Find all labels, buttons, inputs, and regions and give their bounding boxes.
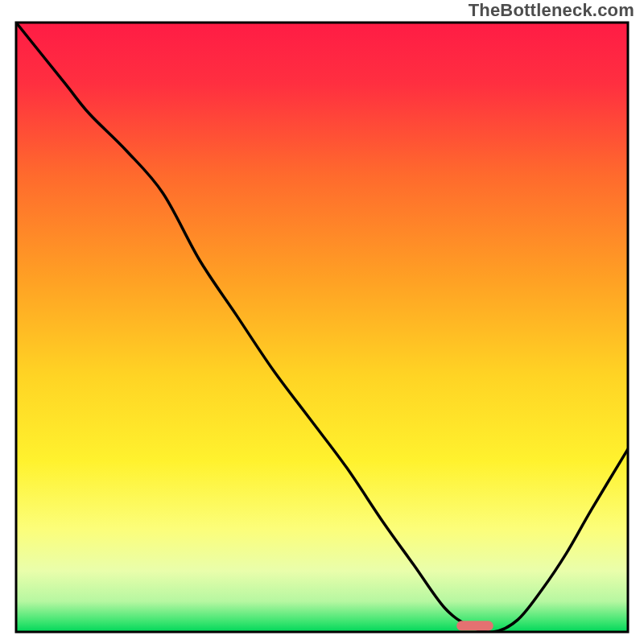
chart-container: TheBottleneck.com [0,0,644,644]
gradient-background [16,23,628,632]
bottleneck-chart [0,0,644,644]
optimal-marker [456,621,493,630]
watermark-text: TheBottleneck.com [469,0,634,21]
